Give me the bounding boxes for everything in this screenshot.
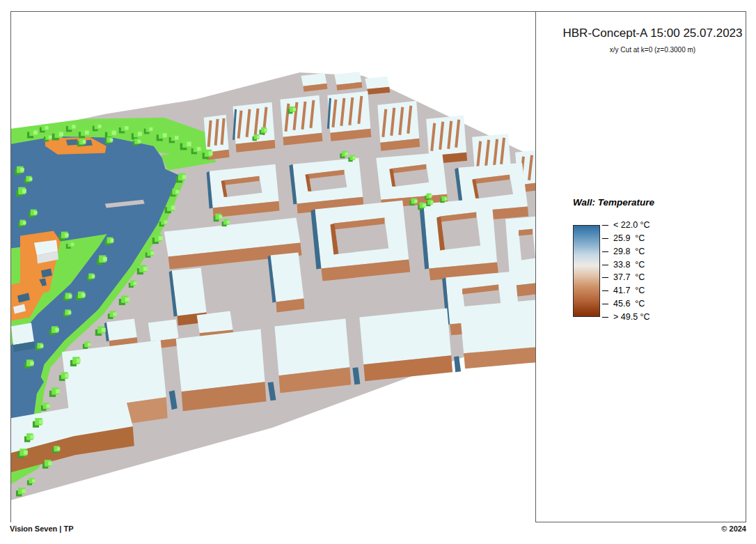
page-title: HBR-Concept-A 15:00 25.07.2023 [560,26,746,40]
footer-left-text: Vision Seven | TP [10,524,74,533]
legend-tick-label: 41.7 °C [613,286,645,295]
tick-mark [602,304,608,304]
legend-tick-label: 33.8 °C [613,260,645,270]
main-view-panel [10,11,535,522]
tick-mark [602,251,608,252]
legend-tick-label: > 49.5 °C [613,312,650,322]
info-header: HBR-Concept-A 15:00 25.07.2023 x/y Cut a… [536,26,746,54]
page-subtitle: x/y Cut at k=0 (z=0.3000 m) [560,46,746,54]
legend-tick: 29.8 °C [602,246,645,257]
legend-tick-label: 45.6 °C [613,299,645,309]
tick-mark [602,225,608,226]
legend-tick-label: 25.9 °C [613,233,645,243]
legend-tick-label: < 22.0 °C [613,220,650,230]
tick-mark [602,265,608,265]
info-panel: HBR-Concept-A 15:00 25.07.2023 x/y Cut a… [535,11,746,522]
legend-tick: 33.8 °C [602,259,645,270]
legend-tick: 37.7 °C [602,272,645,283]
legend-tick: < 22.0 °C [602,219,650,231]
legend-title: Wall: Temperature [573,197,654,208]
legend-tick: 25.9 °C [602,233,645,244]
tick-mark [602,238,608,239]
legend-tick: 45.6 °C [602,298,645,309]
legend-tick-label: 37.7 °C [613,272,645,282]
legend-tick: > 49.5 °C [602,311,650,322]
tick-mark [602,317,608,318]
city-3d-view [11,12,535,522]
legend-colorbar [573,225,600,317]
legend-tick-label: 29.8 °C [613,247,645,256]
footer-right-text: © 2024 [721,524,746,533]
legend-tick: 41.7 °C [602,285,645,296]
tick-mark [602,277,608,278]
tick-mark [602,290,608,291]
